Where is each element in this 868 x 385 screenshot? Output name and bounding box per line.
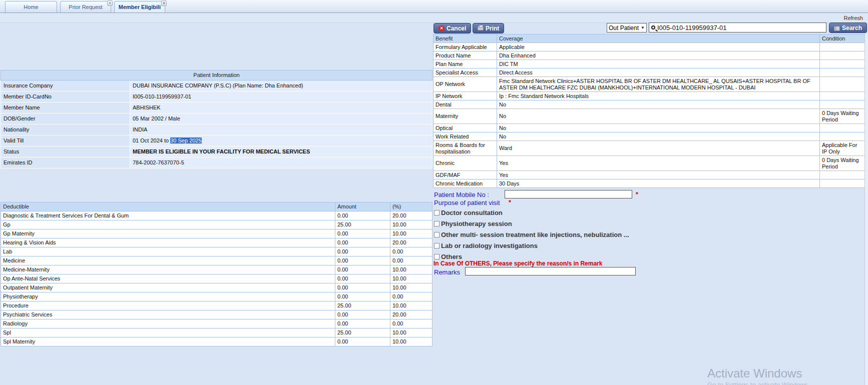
percent-cell: 0.00: [390, 292, 432, 302]
benefit-coverage-table: Benefit Coverage Condition Formulary App…: [433, 34, 865, 188]
condition-cell: [820, 43, 865, 52]
amount-cell: 25.00: [335, 328, 390, 338]
table-row: Spl25.0010.00: [1, 328, 432, 338]
field-label: Member Name: [1, 102, 130, 114]
checkbox-icon[interactable]: [434, 232, 440, 238]
valid-from-text: 01 Oct 2024 to: [133, 138, 170, 144]
condition-cell: [820, 68, 865, 77]
search-button[interactable]: Search: [829, 22, 867, 33]
coverage-cell: Ip : Fmc Standard Network Hospitals: [497, 92, 820, 100]
checkbox-icon[interactable]: [434, 243, 440, 248]
coverage-cell: Applicable: [497, 43, 820, 52]
remarks-input[interactable]: [465, 267, 636, 276]
deductible-name-cell: Radiology: [1, 320, 335, 328]
purpose-option[interactable]: Other multi- session treatment like inje…: [434, 229, 694, 240]
percent-cell: 10.00: [390, 284, 432, 292]
percent-cell: 10.00: [390, 230, 432, 238]
remarks-label: Remarks: [434, 268, 460, 276]
percent-cell: 20.00: [390, 238, 432, 248]
amount-cell: 0.00: [335, 256, 390, 266]
tab-home[interactable]: Home: [5, 1, 57, 12]
benefit-name-cell: IP Network: [433, 92, 497, 100]
field-label: Member ID-CardNo: [1, 92, 130, 102]
valid-till-value: 01 Oct 2024 to 30 Sep 2025: [130, 136, 432, 146]
coverage-cell: No: [497, 100, 820, 109]
tab-member-eligibility[interactable]: Member Eligibili ✕: [114, 1, 165, 12]
deductible-name-cell: Spl Maternity: [1, 338, 335, 346]
table-row: GDF/MAFYes: [433, 171, 865, 180]
amount-cell: 0.00: [335, 284, 390, 292]
percent-cell: 20.00: [390, 310, 432, 320]
table-row: Gp Maternity0.0010.00: [1, 230, 432, 238]
field-label: Status: [1, 146, 130, 158]
table-row: OpticalNo: [433, 124, 865, 132]
deductible-name-cell: Procedure: [1, 302, 335, 310]
benefit-name-cell: Rooms & Boards for hospitalisation: [433, 141, 497, 156]
purpose-option-label: Physiotherapy session: [441, 220, 512, 228]
amount-cell: 0.00: [335, 274, 390, 284]
purpose-of-visit-label: Purpose of patient visit: [434, 199, 500, 206]
purpose-option-label: Others: [441, 253, 462, 260]
checkbox-icon[interactable]: [434, 254, 440, 260]
chevron-down-icon: ▼: [641, 26, 645, 30]
table-row: Plan NameDIC TM: [433, 60, 865, 68]
table-row: Nationality INDIA: [1, 124, 432, 136]
others-instruction-note: In Case Of OTHERS, Please specify the re…: [433, 260, 602, 267]
table-row: Chronic Medication30 Days: [433, 180, 865, 188]
patient-mobile-input[interactable]: [505, 190, 632, 198]
cancel-button-label: Cancel: [447, 25, 466, 32]
deductible-name-cell: Medicine: [1, 256, 335, 266]
table-row: Procedure25.0010.00: [1, 302, 432, 310]
percent-column-header: (%): [390, 202, 432, 212]
patient-type-select[interactable]: Out Patient ▼: [607, 23, 647, 32]
table-row: OP NetworkFmc Standard Network Clinics+A…: [433, 77, 865, 92]
purpose-option[interactable]: Physiotherapy session: [434, 218, 694, 229]
condition-cell: [820, 171, 865, 180]
print-button[interactable]: Print: [473, 23, 504, 34]
benefit-name-cell: Chronic: [433, 156, 497, 171]
checkbox-icon[interactable]: [434, 210, 440, 216]
close-icon[interactable]: ✕: [161, 0, 167, 6]
member-search-input[interactable]: I005-010-119959937-01: [649, 22, 826, 32]
table-row: Physiotherapy0.000.00: [1, 292, 432, 302]
member-search-value: I005-010-119959937-01: [657, 24, 727, 32]
benefit-name-cell: Specialist Access: [433, 68, 497, 77]
table-row: Op Ante-Natal Services0.0010.00: [1, 274, 432, 284]
table-row: Rooms & Boards for hospitalisationWardAp…: [433, 141, 865, 156]
table-row: Member Name ABHISHEK: [1, 102, 432, 114]
table-row: Gp25.0010.00: [1, 220, 432, 230]
patient-information-title: Patient Information: [1, 70, 432, 80]
percent-cell: 10.00: [390, 274, 432, 284]
benefit-column-header: Benefit: [433, 34, 497, 43]
purpose-option-label: Lab or radiology investigations: [441, 242, 538, 250]
scrollbar-track[interactable]: [864, 34, 868, 385]
table-row: Spl Maternity0.0010.00: [1, 338, 432, 346]
tab-prior-request[interactable]: Prior Request ✕: [60, 1, 111, 12]
purpose-option[interactable]: Doctor consultation: [434, 207, 694, 218]
purpose-option[interactable]: Lab or radiology investigations: [434, 240, 694, 251]
table-row: Medicine-Maternity0.0010.00: [1, 266, 432, 274]
deductible-name-cell: Medicine-Maternity: [1, 266, 335, 274]
benefit-name-cell: Dental: [433, 100, 497, 109]
benefit-name-cell: GDF/MAF: [433, 171, 497, 180]
benefit-name-cell: Maternity: [433, 109, 497, 124]
percent-cell: 0.00: [390, 256, 432, 266]
condition-cell: [820, 52, 865, 60]
tab-home-label: Home: [24, 4, 38, 10]
insurance-company-value: DUBAI INSURANCE COMPANY (P.S.C) (Plan Na…: [130, 80, 432, 92]
refresh-link[interactable]: Refresh: [843, 15, 863, 21]
coverage-cell: 30 Days: [497, 180, 820, 188]
checkbox-icon[interactable]: [434, 221, 440, 226]
condition-cell: [820, 92, 865, 100]
close-icon[interactable]: ✕: [107, 0, 113, 6]
deductible-name-cell: Gp: [1, 220, 335, 230]
table-row: Psychiatric Services0.0020.00: [1, 310, 432, 320]
amount-cell: 0.00: [335, 338, 390, 346]
amount-cell: 25.00: [335, 220, 390, 230]
cancel-button[interactable]: ✕ Cancel: [433, 23, 471, 34]
deductible-name-cell: Op Ante-Natal Services: [1, 274, 335, 284]
deductible-column-header: Deductible: [1, 202, 335, 212]
condition-cell: Applicable For IP Only: [820, 141, 865, 156]
percent-cell: 10.00: [390, 302, 432, 310]
tab-bar: Home Prior Request ✕ Member Eligibili ✕: [0, 0, 868, 13]
